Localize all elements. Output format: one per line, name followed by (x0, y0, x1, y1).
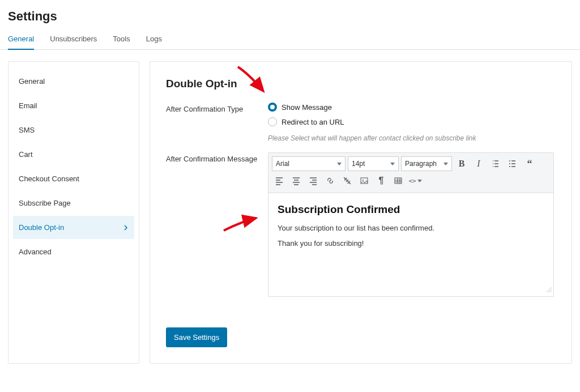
image-button[interactable] (357, 173, 372, 188)
italic-button[interactable]: I (471, 156, 486, 171)
tab-tools[interactable]: Tools (113, 30, 130, 50)
sidebar-item-cart[interactable]: Cart (13, 143, 134, 166)
caret-down-icon (417, 180, 422, 182)
radio-unchecked-icon (268, 117, 277, 126)
bold-button[interactable]: B (454, 156, 469, 171)
font-family-select[interactable]: Arial (272, 156, 346, 171)
section-title: Double Opt-in (166, 78, 556, 90)
code-view-button[interactable]: <> (408, 173, 423, 188)
chevron-right-icon (123, 225, 129, 231)
sidebar-item-advanced[interactable]: Advanced (13, 240, 134, 263)
radio-show-message[interactable]: Show Message (268, 103, 556, 112)
tab-general[interactable]: General (8, 30, 34, 50)
align-right-button[interactable] (306, 173, 321, 188)
svg-rect-5 (395, 178, 402, 184)
sidebar-item-subscribe-page[interactable]: Subscribe Page (13, 191, 134, 215)
table-button[interactable] (391, 173, 406, 188)
label-after-confirmation-type: After Confirmation Type (166, 103, 268, 113)
rich-text-editor: Arial 14pt Paragraph B (268, 152, 554, 297)
align-left-button[interactable] (272, 173, 287, 188)
sidebar-item-email[interactable]: Email (13, 94, 134, 117)
blockquote-button[interactable]: “ (522, 156, 537, 171)
save-settings-button[interactable]: Save Settings (166, 327, 227, 347)
help-text: Please Select what will happen after con… (268, 134, 556, 142)
settings-sidebar: General Email SMS Cart Checkout Consent … (8, 61, 139, 364)
resize-handle-icon[interactable] (545, 285, 552, 295)
block-format-select[interactable]: Paragraph (401, 156, 452, 171)
label-after-confirmation-message: After Confirmation Message (166, 152, 268, 163)
editor-toolbar: Arial 14pt Paragraph B (268, 153, 553, 193)
sidebar-item-double-opt-in[interactable]: Double Opt-in (13, 216, 134, 239)
align-center-button[interactable] (289, 173, 304, 188)
page-title: Settings (0, 0, 580, 29)
content-line: Your subscription to our list has been c… (278, 224, 544, 232)
content-line: Thank you for subscribing! (278, 239, 544, 248)
link-button[interactable] (323, 173, 338, 188)
sidebar-item-general[interactable]: General (13, 70, 134, 93)
tab-unsubscribers[interactable]: Unsubscribers (50, 30, 97, 50)
radio-redirect-url[interactable]: Redirect to an URL (268, 117, 556, 126)
sidebar-item-sms[interactable]: SMS (13, 118, 134, 142)
content-panel: Double Opt-in After Confirmation Type Sh… (150, 61, 572, 364)
radio-checked-icon (268, 103, 277, 112)
svg-point-4 (362, 180, 364, 181)
tabs: General Unsubscribers Tools Logs (0, 29, 580, 50)
unordered-list-button[interactable] (505, 156, 520, 171)
sidebar-item-checkout-consent[interactable]: Checkout Consent (13, 167, 134, 190)
svg-point-0 (509, 160, 510, 161)
caret-down-icon (443, 163, 448, 165)
caret-down-icon (390, 163, 395, 165)
svg-point-2 (509, 166, 510, 167)
content-heading: Subscription Confirmed (278, 203, 544, 216)
editor-content-area[interactable]: Subscription Confirmed Your subscription… (268, 193, 553, 296)
font-size-select[interactable]: 14pt (348, 156, 399, 171)
svg-point-1 (509, 163, 510, 164)
paragraph-button[interactable]: ¶ (374, 173, 389, 188)
tab-logs[interactable]: Logs (146, 30, 162, 50)
ordered-list-button[interactable] (488, 156, 503, 171)
unlink-button[interactable] (340, 173, 355, 188)
caret-down-icon (337, 163, 342, 165)
